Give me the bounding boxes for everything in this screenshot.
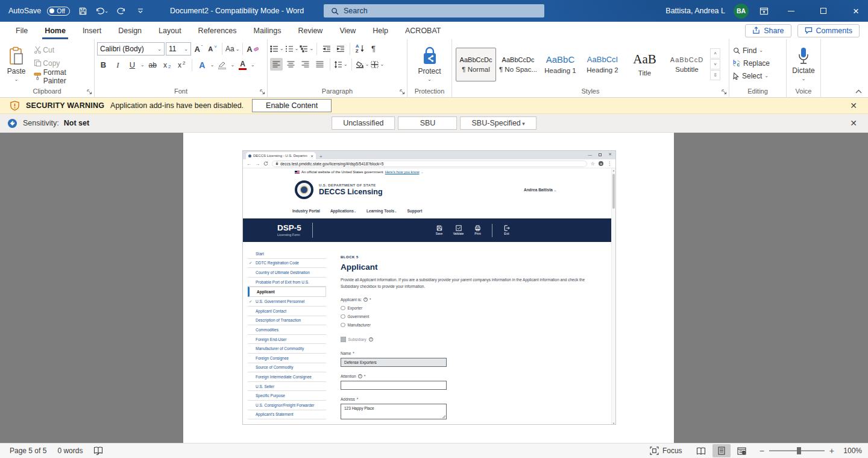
enable-content-button[interactable]: Enable Content bbox=[252, 99, 332, 112]
highlight-dropdown-icon[interactable]: ⌄ bbox=[230, 62, 234, 68]
decrease-indent-button[interactable] bbox=[320, 42, 333, 55]
style-card[interactable]: AaBbC Heading 1 bbox=[540, 48, 580, 81]
zoom-out-icon[interactable]: − bbox=[760, 446, 764, 456]
protect-dropdown-icon[interactable]: ⌄ bbox=[427, 77, 432, 82]
styles-gallery-more-icon[interactable]: ⇳ bbox=[710, 70, 720, 80]
superscript-button[interactable]: x2 bbox=[175, 59, 188, 71]
bullets-button[interactable]: ⌄ bbox=[270, 42, 284, 55]
multilevel-list-button[interactable]: ⌄ bbox=[300, 42, 313, 55]
paste-dropdown-icon[interactable]: ⌄ bbox=[14, 77, 19, 82]
collapse-ribbon-icon[interactable] bbox=[855, 89, 862, 94]
sensitivity-option-button[interactable]: SBU-Specified bbox=[461, 116, 536, 130]
comments-button[interactable]: Comments bbox=[797, 24, 860, 37]
sensitivity-option-button[interactable]: Unclassified bbox=[332, 116, 395, 130]
borders-button[interactable]: ⌄ bbox=[371, 58, 384, 71]
share-button[interactable]: Share bbox=[745, 24, 791, 37]
style-card[interactable]: AaB Title bbox=[624, 48, 665, 81]
save-icon[interactable] bbox=[76, 4, 89, 17]
select-button[interactable]: Select⌄ bbox=[732, 69, 784, 82]
ribbon-display-options-icon[interactable] bbox=[757, 4, 770, 17]
ribbon-tab[interactable]: Insert bbox=[74, 22, 110, 39]
search-box[interactable]: Search bbox=[324, 4, 544, 17]
styles-scroll-up-icon[interactable]: ˄ bbox=[710, 48, 720, 59]
autosave-toggle[interactable]: Off bbox=[47, 7, 70, 16]
ribbon-tab[interactable]: Home bbox=[36, 22, 74, 39]
numbering-button[interactable]: ⌄ bbox=[285, 42, 299, 55]
find-button[interactable]: Find⌄ bbox=[732, 44, 784, 57]
document-canvas[interactable]: DECCS Licensing - U.S. Departm ✕ + — ✕ ←… bbox=[0, 133, 868, 443]
font-size-select[interactable]: 11⌄ bbox=[166, 42, 191, 56]
style-card[interactable]: AaBbCcDc ¶ No Spac... bbox=[498, 48, 538, 81]
line-spacing-button[interactable]: ⌄ bbox=[334, 58, 348, 71]
page-indicator[interactable]: Page 5 of 5 bbox=[10, 447, 46, 455]
styles-scroll-down-icon[interactable]: ˅ bbox=[710, 59, 720, 69]
styles-dialog-launcher[interactable] bbox=[722, 89, 727, 95]
protect-button[interactable]: Protect ⌄ bbox=[410, 42, 449, 86]
web-layout-button[interactable] bbox=[733, 444, 751, 457]
undo-icon[interactable]: ⌄ bbox=[95, 4, 108, 17]
ribbon-tab[interactable]: Mailings bbox=[245, 22, 290, 39]
italic-button[interactable]: I bbox=[112, 59, 124, 71]
proofing-icon[interactable] bbox=[93, 447, 103, 455]
format-painter-button[interactable]: Format Painter bbox=[31, 70, 92, 83]
justify-button[interactable] bbox=[313, 58, 326, 71]
user-name[interactable]: Battista, Andrea L bbox=[665, 7, 725, 15]
ribbon-tab[interactable]: File bbox=[7, 22, 36, 39]
dictate-button[interactable]: Dictate ⌄ bbox=[789, 42, 818, 86]
read-mode-button[interactable] bbox=[692, 444, 710, 457]
underline-dropdown-icon[interactable]: ⌄ bbox=[140, 62, 145, 68]
word-count[interactable]: 0 words bbox=[57, 447, 83, 455]
dictate-dropdown-icon[interactable]: ⌄ bbox=[802, 76, 806, 81]
print-layout-button[interactable] bbox=[712, 444, 731, 457]
security-bar-close-icon[interactable]: ✕ bbox=[845, 98, 862, 113]
document-page[interactable]: DECCS Licensing - U.S. Departm ✕ + — ✕ ←… bbox=[183, 133, 674, 443]
ribbon-tab[interactable]: Design bbox=[110, 22, 150, 39]
focus-button[interactable]: Focus bbox=[650, 447, 682, 455]
close-button[interactable]: × bbox=[844, 0, 868, 22]
zoom-in-icon[interactable]: + bbox=[829, 446, 834, 456]
zoom-slider[interactable] bbox=[769, 450, 825, 451]
ribbon-tab[interactable]: Help bbox=[364, 22, 397, 39]
ribbon-tab[interactable]: Layout bbox=[150, 22, 190, 39]
zoom-slider-thumb[interactable] bbox=[797, 447, 801, 454]
style-card[interactable]: AaBbCcI Heading 2 bbox=[582, 48, 623, 81]
change-case-button[interactable]: Aa⌄ bbox=[225, 43, 239, 56]
align-left-button[interactable] bbox=[270, 58, 283, 71]
minimize-button[interactable] bbox=[779, 0, 803, 22]
strikethrough-button[interactable]: ab bbox=[146, 59, 159, 71]
qat-customize-icon[interactable] bbox=[134, 4, 147, 17]
paragraph-dialog-launcher[interactable] bbox=[400, 89, 405, 95]
text-effects-button[interactable]: A bbox=[196, 59, 209, 71]
avatar[interactable]: BA bbox=[734, 4, 749, 19]
highlight-button[interactable] bbox=[216, 59, 228, 71]
clear-formatting-button[interactable]: A bbox=[246, 43, 259, 56]
align-center-button[interactable] bbox=[285, 58, 297, 71]
maximize-button[interactable] bbox=[811, 0, 835, 22]
ribbon-tab[interactable]: ACROBAT bbox=[397, 22, 450, 39]
clipboard-dialog-launcher[interactable] bbox=[87, 89, 92, 95]
font-color-button[interactable]: A bbox=[236, 59, 249, 71]
shrink-font-button[interactable]: A˅ bbox=[206, 43, 219, 56]
sensitivity-option-button[interactable]: SBU bbox=[398, 116, 458, 130]
subscript-button[interactable]: x2 bbox=[161, 59, 174, 71]
ribbon-tab[interactable]: References bbox=[190, 22, 245, 39]
underline-button[interactable]: U bbox=[126, 59, 139, 71]
replace-button[interactable]: bc Replace bbox=[732, 57, 784, 69]
bold-button[interactable]: B bbox=[97, 59, 110, 71]
style-card[interactable]: AaBbCcDc ¶ Normal bbox=[456, 48, 496, 81]
font-color-dropdown-icon[interactable]: ⌄ bbox=[251, 62, 255, 68]
sort-button[interactable]: AZ bbox=[353, 42, 366, 55]
ribbon-tab[interactable]: Review bbox=[289, 22, 331, 39]
style-card[interactable]: AaBbCcD Subtitle bbox=[667, 48, 707, 81]
align-right-button[interactable] bbox=[299, 58, 312, 71]
show-hide-marks-button[interactable]: ¶ bbox=[367, 42, 380, 55]
redo-icon[interactable] bbox=[115, 4, 128, 17]
shading-button[interactable]: ⌄ bbox=[356, 58, 370, 71]
font-name-select[interactable]: Calibri (Body)⌄ bbox=[97, 42, 165, 56]
increase-indent-button[interactable] bbox=[334, 42, 347, 55]
grow-font-button[interactable]: Aˆ bbox=[192, 43, 205, 56]
font-dialog-launcher[interactable] bbox=[260, 89, 265, 95]
cut-button[interactable]: Cut bbox=[31, 43, 92, 56]
paste-button[interactable]: Paste ⌄ bbox=[2, 42, 30, 86]
zoom-level[interactable]: 100% bbox=[839, 447, 862, 455]
